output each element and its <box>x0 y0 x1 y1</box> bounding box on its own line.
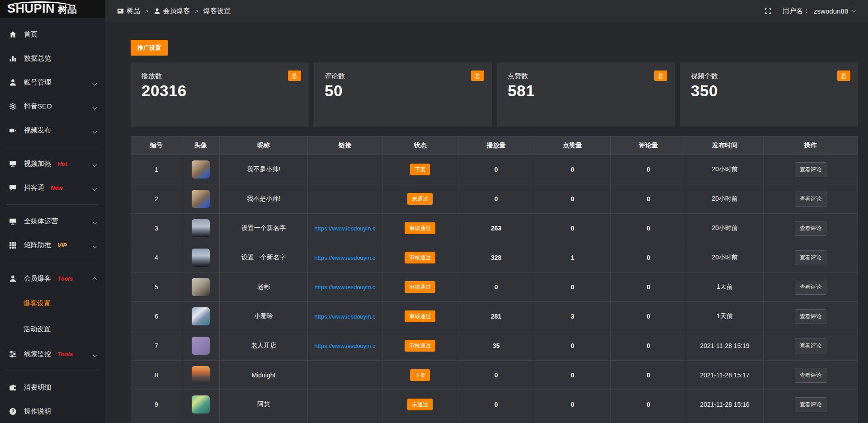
cell-comments: 0 <box>611 273 686 302</box>
view-comments-button[interactable]: 查看评论 <box>795 162 826 177</box>
cell-link: https://www.iesdouyin.c <box>307 273 382 302</box>
sidebar-item-视频发布[interactable]: 视频发布 <box>0 118 105 142</box>
cell-link <box>307 419 382 423</box>
cell-publish-time: 1天前 <box>686 302 763 331</box>
breadcrumb-item[interactable]: 会员爆客 <box>154 7 190 15</box>
cell-likes: 0 <box>534 214 611 243</box>
avatar <box>192 395 210 414</box>
status-badge: 审核通过 <box>405 310 435 322</box>
cell-status: 审核通过 <box>382 331 458 361</box>
breadcrumb-label: 树品 <box>127 7 140 15</box>
cell-likes: 0 <box>534 184 611 214</box>
cell-action: 查看评论 <box>763 214 858 243</box>
avatar <box>192 366 210 384</box>
cell-link <box>307 390 382 419</box>
cell-comments: 0 <box>611 390 686 419</box>
column-header-编号: 编号 <box>131 136 182 155</box>
cell-nickname: 老人开店 <box>220 331 308 361</box>
video-link[interactable]: https://www.iesdouyin.c <box>311 343 380 349</box>
view-comments-button[interactable]: 查看评论 <box>795 397 826 412</box>
promotion-settings-button[interactable]: 推广设置 <box>131 40 168 56</box>
sidebar-subitem-活动设置[interactable]: 活动设置 <box>0 316 105 342</box>
avatar <box>192 278 210 296</box>
view-comments-button[interactable]: 查看评论 <box>795 368 826 383</box>
column-header-发布时间: 发布时间 <box>686 136 763 155</box>
table-row: 6小爱玲https://www.iesdouyin.c审核通过281301天前查… <box>131 302 858 331</box>
status-badge: 审核通过 <box>405 281 435 293</box>
video-link[interactable]: https://www.iesdouyin.c <box>311 254 380 261</box>
cell-number: 6 <box>131 302 182 331</box>
videos-table: 编号头像昵称链接状态播放量点赞量评论量发布时间操作 1我不是小帅!下架00020… <box>131 136 858 423</box>
sidebar-item-操作说明[interactable]: ?操作说明 <box>0 400 105 423</box>
cell-comments: 0 <box>611 243 686 273</box>
cell-nickname: 小爱玲 <box>220 302 308 331</box>
sidebar-item-label: 操作说明 <box>24 407 51 416</box>
video-link[interactable]: https://www.iesdouyin.c <box>311 313 380 320</box>
grid-icon <box>9 241 17 249</box>
user-icon <box>154 8 160 14</box>
content: 推广设置 播放数20316总评论数50总点赞数581总视频个数350总 编号头像… <box>105 22 868 423</box>
app-logo: SHUPIN 树品 <box>0 0 105 18</box>
breadcrumb-item[interactable]: 树品 <box>117 7 140 15</box>
view-comments-button[interactable]: 查看评论 <box>795 309 826 324</box>
sidebar-item-账号管理[interactable]: 账号管理 <box>0 70 105 94</box>
sidebar-item-抖客通[interactable]: 抖客通New <box>0 176 105 200</box>
sidebar-item-label: 数据总览 <box>24 54 51 63</box>
cell-status: 审核通过 <box>382 214 458 243</box>
member-icon <box>9 275 17 282</box>
sidebar-item-抖音SEO[interactable]: 抖音SEO <box>0 94 105 118</box>
video-link[interactable]: https://www.iesdouyin.c <box>311 284 380 291</box>
sidebar-item-首页[interactable]: 首页 <box>0 23 105 47</box>
view-comments-button[interactable]: 查看评论 <box>795 221 826 236</box>
view-comments-button[interactable]: 查看评论 <box>795 338 826 353</box>
cell-status: 审核通过 <box>382 273 458 302</box>
video-link[interactable]: https://www.iesdouyin.c <box>311 225 380 232</box>
sidebar-item-矩阵助推[interactable]: 矩阵助推VIP <box>0 233 105 257</box>
view-comments-button[interactable]: 查看评论 <box>795 280 826 295</box>
videos-table-wrap: 编号头像昵称链接状态播放量点赞量评论量发布时间操作 1我不是小帅!下架00020… <box>131 136 858 423</box>
chevron-down-icon <box>93 184 96 192</box>
column-header-操作: 操作 <box>763 136 858 155</box>
view-comments-button[interactable]: 查看评论 <box>795 250 826 265</box>
main-area: 树品>会员爆客>爆客设置 用户名：zswodun88 推广设置 播放数20316… <box>105 0 868 423</box>
status-badge: 审核通过 <box>405 222 435 234</box>
status-badge: 下架 <box>410 164 430 175</box>
cell-number: 2 <box>131 184 182 214</box>
cell-avatar <box>182 273 220 302</box>
cell-number: 8 <box>131 361 182 390</box>
user-menu[interactable]: 用户名：zswodun88 <box>783 7 855 15</box>
cell-plays: 0 <box>458 390 534 419</box>
cell-link <box>307 155 382 184</box>
chevron-down-icon <box>93 217 96 225</box>
stat-total-badge: 总 <box>471 70 484 81</box>
table-row: 7老人开店https://www.iesdouyin.c审核通过35002021… <box>131 331 858 361</box>
stat-card-播放数: 播放数20316总 <box>131 62 309 127</box>
fullscreen-icon[interactable] <box>764 7 772 14</box>
sidebar-item-会员爆客[interactable]: 会员爆客Tools <box>0 267 105 291</box>
app-icon <box>117 8 124 14</box>
cell-number: 1 <box>131 155 182 184</box>
view-comments-button[interactable]: 查看评论 <box>795 192 826 207</box>
sidebar-item-线索监控[interactable]: 线索监控Tools <box>0 342 105 366</box>
cell-publish-time: 1天前 <box>686 273 763 302</box>
cell-comments: 0 <box>611 302 686 331</box>
status-badge: 未通过 <box>407 193 433 205</box>
cell-number: 5 <box>131 273 182 302</box>
cell-plays: 0 <box>458 361 534 390</box>
breadcrumb-label: 爆客设置 <box>203 7 231 15</box>
cell-nickname: 阿慧 <box>220 390 308 419</box>
cell-avatar <box>182 155 220 184</box>
username-value: zswodun88 <box>814 7 848 15</box>
sidebar-item-视频加热[interactable]: 视频加热Hot <box>0 152 105 176</box>
cell-likes: 3 <box>534 302 611 331</box>
avatar <box>192 190 210 208</box>
sidebar-item-数据总览[interactable]: 数据总览 <box>0 47 105 70</box>
sidebar-item-消费明细[interactable]: 消费明细 <box>0 376 105 400</box>
sidebar-subitem-爆客设置[interactable]: 爆客设置 <box>0 291 105 316</box>
chevron-down-icon <box>93 127 96 134</box>
breadcrumb-label: 会员爆客 <box>163 7 190 15</box>
gear-icon <box>9 103 17 110</box>
sidebar-item-全媒体运营[interactable]: 全媒体运营 <box>0 209 105 233</box>
column-header-播放量: 播放量 <box>458 136 534 155</box>
chevron-down-icon <box>93 241 96 249</box>
